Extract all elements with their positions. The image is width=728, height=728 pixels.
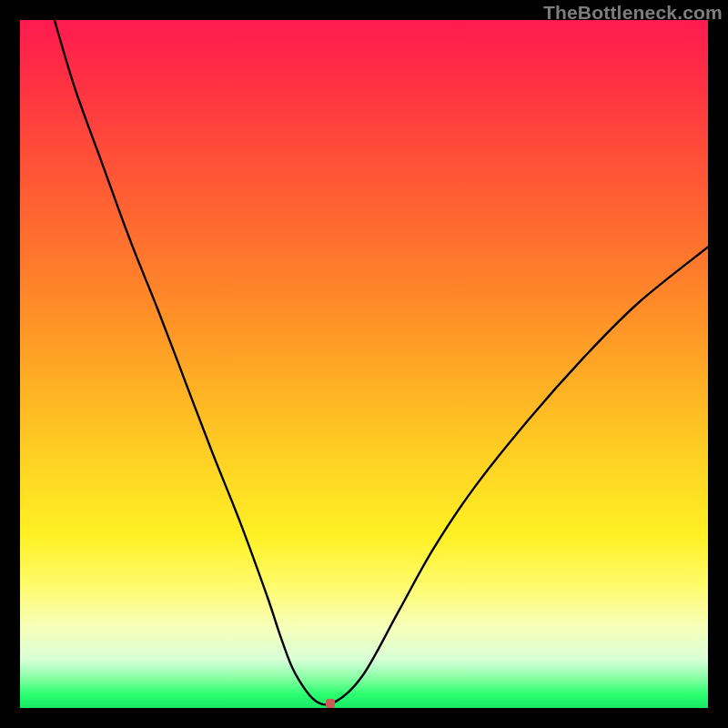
plot-area xyxy=(20,20,708,708)
chart-frame: TheBottleneck.com xyxy=(0,0,728,728)
optimal-point-marker xyxy=(326,699,335,708)
bottleneck-curve xyxy=(20,20,708,708)
